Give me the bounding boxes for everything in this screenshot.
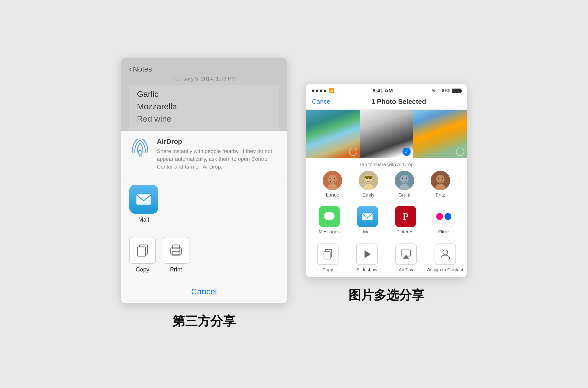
main-wrapper: ‹ Notes February 5, 2014, 1:03 PM Garlic… [107, 44, 481, 344]
contact-lance[interactable]: Lance [323, 171, 342, 198]
share-apps-row: Messages Mail P [306, 201, 467, 239]
assign-contact-icon [435, 243, 456, 265]
cancel-button[interactable]: Cancel [191, 287, 217, 296]
person-contact-icon [439, 248, 452, 261]
photo-3-sign[interactable] [413, 110, 467, 158]
copy-icon [135, 243, 150, 258]
airdrop-rings-icon [130, 139, 150, 158]
photo-1[interactable] [306, 110, 360, 158]
airplay-action[interactable]: AirPlay [386, 243, 425, 273]
right-section: 📶 9:41 AM ✳ 100% Cancel 1 Photo Selected [306, 84, 467, 304]
airdrop-bar-label: Tap to share with AirDrop [312, 162, 461, 167]
svg-marker-36 [365, 250, 371, 258]
svg-rect-7 [173, 245, 179, 249]
avatar-emily [359, 171, 378, 190]
airplay-icon [400, 248, 412, 261]
status-time: 9:41 AM [373, 88, 393, 94]
contact-grant[interactable]: Grant [395, 171, 414, 198]
print-icon-box [163, 237, 189, 264]
slideshow-action-label: Slideshow [356, 267, 377, 273]
svg-rect-5 [138, 247, 145, 256]
flickr-app[interactable]: Flickr [424, 206, 463, 235]
copy-button[interactable]: Copy [129, 237, 156, 273]
copy-print-section: Copy Print [121, 230, 287, 280]
mail-app[interactable]: Mail [348, 206, 386, 235]
action-row: Copy Slideshow [306, 239, 467, 277]
svg-point-9 [179, 250, 180, 251]
svg-rect-13 [329, 178, 330, 179]
svg-rect-23 [402, 178, 403, 179]
pinterest-p-icon: P [399, 210, 412, 223]
mail-section[interactable]: Mail [121, 178, 287, 230]
mail-icon [129, 185, 158, 214]
signal-dot-3 [320, 90, 322, 92]
mail-envelope-right-icon [361, 210, 374, 223]
notes-date: February 5, 2014, 1:03 PM [129, 76, 279, 82]
svg-point-0 [138, 150, 142, 154]
slideshow-action-icon [356, 243, 378, 265]
copy-action-label: Copy [322, 267, 333, 273]
notes-header: ‹ Notes February 5, 2014, 1:03 PM Garlic… [121, 58, 287, 131]
nav-cancel-button[interactable]: Cancel [312, 98, 332, 105]
messages-app[interactable]: Messages [310, 206, 348, 235]
svg-rect-29 [442, 178, 443, 179]
svg-rect-8 [172, 251, 180, 255]
wifi-icon: 📶 [329, 88, 334, 93]
mail-label: Mail [129, 216, 158, 223]
right-section-label: 图片多选分享 [349, 287, 424, 304]
cancel-section: Cancel [121, 280, 287, 303]
pinterest-app[interactable]: P Pinterest [386, 206, 424, 235]
svg-text:P: P [402, 211, 408, 222]
contact-fritz-name: Fritz [436, 192, 445, 198]
print-label: Print [170, 266, 182, 273]
share-sheet-left: ‹ Notes February 5, 2014, 1:03 PM Garlic… [121, 58, 287, 303]
battery-percent: 100% [438, 88, 450, 93]
print-button[interactable]: Print [163, 237, 189, 273]
messages-bubble-icon [323, 210, 336, 223]
mail-app-label: Mail [363, 229, 372, 235]
copy-label: Copy [136, 266, 149, 273]
airdrop-bar: Tap to share with AirDrop [306, 158, 467, 201]
photo-2-emily[interactable]: ✓ [360, 110, 413, 158]
copy-action[interactable]: Copy [308, 243, 347, 273]
airplay-action-label: AirPlay [399, 267, 413, 273]
flickr-dot-blue [445, 213, 451, 220]
svg-rect-3 [136, 194, 151, 205]
avatar-grant [395, 171, 414, 190]
copy-action-icon [317, 243, 338, 265]
contact-fritz[interactable]: Fritz [431, 171, 450, 198]
svg-marker-38 [403, 255, 409, 259]
photos-strip: ✓ [306, 110, 467, 158]
signal-area: 📶 [312, 88, 334, 93]
bluetooth-icon: ✳ [432, 88, 436, 94]
notes-line-3: Red wine [137, 113, 271, 125]
avatar-fritz [431, 171, 450, 190]
svg-rect-28 [438, 178, 439, 179]
avatar-lance [323, 171, 342, 190]
airdrop-description: Share instantly with people nearby. If t… [157, 147, 279, 171]
airdrop-section[interactable]: AirDrop Share instantly with people near… [121, 131, 287, 178]
assign-contact-action[interactable]: Assign to Contact [425, 243, 465, 273]
grant-face-icon [395, 171, 414, 190]
pinterest-icon: P [395, 206, 416, 227]
svg-rect-14 [334, 178, 335, 179]
notes-line-1: Garlic [137, 88, 271, 100]
status-bar: 📶 9:41 AM ✳ 100% [306, 84, 467, 96]
svg-rect-35 [324, 251, 330, 259]
nav-title: 1 Photo Selected [337, 98, 461, 106]
slideshow-action[interactable]: Slideshow [347, 243, 386, 273]
pinterest-label: Pinterest [396, 229, 415, 235]
messages-label: Messages [319, 229, 340, 235]
print-icon [169, 243, 183, 258]
notes-back-button[interactable]: ‹ Notes [129, 65, 279, 73]
signal-dot-1 [312, 90, 314, 92]
contact-emily-name: Emily [363, 192, 375, 198]
slideshow-play-icon [361, 248, 373, 261]
signal-dot-2 [316, 90, 318, 92]
svg-rect-24 [406, 178, 407, 179]
notes-content: Garlic Mozzarella Red wine [129, 85, 279, 131]
contact-emily[interactable]: Emily [359, 171, 378, 198]
airdrop-icon-wrap [129, 138, 151, 160]
airdrop-contacts: Lance [312, 171, 461, 198]
flickr-label: Flickr [438, 229, 449, 235]
